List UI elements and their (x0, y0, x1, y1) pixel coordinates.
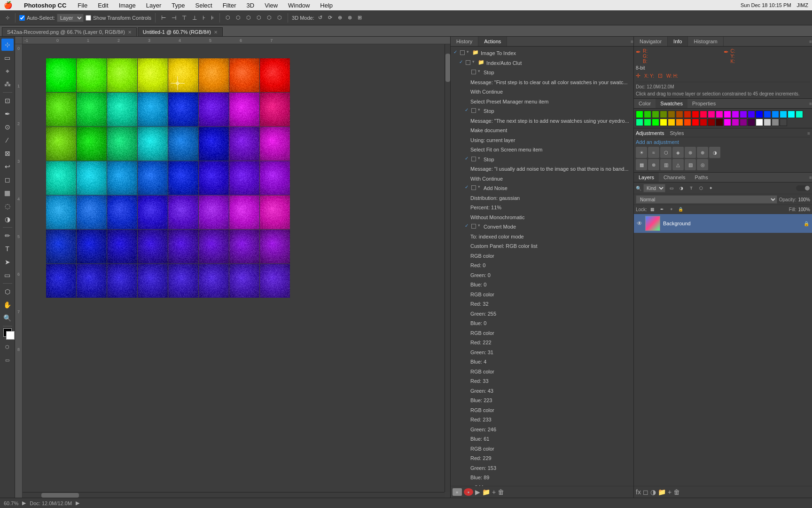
new-layer-btn[interactable]: + (668, 488, 671, 496)
tab-close-s42aa[interactable]: ✕ (128, 30, 132, 35)
new-action-btn[interactable]: + (492, 488, 496, 496)
layer-background[interactable]: 👁 Background 🔒 (634, 214, 812, 233)
adj-posterize-icon[interactable]: ▥ (660, 159, 671, 170)
align-right-btn[interactable]: ⊤ (180, 14, 188, 22)
tab-paths[interactable]: Paths (690, 173, 713, 182)
swatch-item[interactable] (708, 119, 715, 126)
adj-invert-icon[interactable]: ⊗ (648, 159, 659, 170)
align-center-h-btn[interactable]: ⊣ (170, 14, 178, 22)
quick-mask-tool[interactable]: ⬡ (1, 341, 14, 353)
filter-adj-btn[interactable]: ◑ (677, 184, 686, 192)
screen-mode-tool[interactable]: ▭ (1, 354, 14, 366)
swatch-item[interactable] (788, 111, 795, 118)
action-item[interactable]: To: indexed color mode (451, 232, 633, 242)
action-item[interactable]: Green: 246 (451, 425, 633, 435)
align-bottom-btn[interactable]: ⊧ (209, 14, 216, 22)
swatch-item[interactable] (732, 111, 739, 118)
action-item[interactable]: Using: current layer (451, 135, 633, 145)
3d-slide-btn[interactable]: ⊗ (346, 14, 354, 22)
action-item[interactable]: Make document (451, 126, 633, 135)
fill-value[interactable]: 100% (798, 207, 810, 212)
eraser-tool[interactable]: ◻ (1, 174, 14, 186)
lasso-tool[interactable]: ⌖ (1, 65, 14, 77)
crop-tool[interactable]: ⊡ (1, 95, 14, 107)
eyedropper-tool[interactable]: ✒ (1, 108, 14, 120)
v-scrollbar[interactable] (445, 44, 450, 492)
swatch-item[interactable] (748, 119, 755, 126)
tab-channels[interactable]: Channels (659, 173, 690, 182)
menu-layer[interactable]: Layer (144, 1, 164, 10)
menu-file[interactable]: File (76, 1, 89, 10)
action-item[interactable]: ...8 More (451, 483, 633, 486)
stop-recording-btn[interactable]: ■ (453, 488, 462, 496)
swatch-item[interactable] (724, 111, 731, 118)
action-item[interactable]: Red: 33 (451, 376, 633, 386)
tab-swatches[interactable]: Swatches (656, 99, 687, 108)
swatch-item[interactable] (756, 111, 763, 118)
adj-curves-icon[interactable]: ≈ (648, 147, 659, 158)
action-item[interactable]: RGB color (451, 328, 633, 338)
action-item[interactable]: RGB color (451, 251, 633, 261)
new-action-set-btn[interactable]: 📁 (482, 488, 490, 496)
action-item[interactable]: Message: "I usually add noise to the ima… (451, 164, 633, 174)
canvas[interactable] (23, 44, 450, 498)
action-item[interactable]: Blue: 0 (451, 318, 633, 328)
dist-vcenter-btn[interactable]: ⬡ (265, 14, 273, 22)
swatch-item[interactable] (700, 119, 707, 126)
adj-exposure-icon[interactable]: ⬡ (660, 147, 671, 158)
tab-histogram[interactable]: Histogram (688, 37, 723, 46)
swatch-item[interactable] (740, 111, 747, 118)
marquee-tool[interactable]: ▭ (1, 52, 14, 64)
action-item[interactable]: ✓▾📁Image To Index (451, 48, 633, 58)
show-transform-checkbox[interactable]: Show Transform Controls (86, 15, 151, 21)
tab-properties[interactable]: Properties (687, 99, 720, 108)
opacity-value[interactable]: 100% (798, 197, 810, 202)
swatch-item[interactable] (636, 119, 643, 126)
foreground-color[interactable] (3, 328, 12, 337)
action-item[interactable]: ✓▾Stop (451, 155, 633, 165)
align-top-btn[interactable]: ⊥ (190, 14, 199, 22)
align-left-btn[interactable]: ⊢ (159, 14, 168, 22)
menu-image[interactable]: Image (117, 1, 138, 10)
3d-scale-btn[interactable]: ⊞ (356, 14, 364, 22)
action-item[interactable]: Blue: 4 (451, 357, 633, 367)
action-item[interactable]: ✓▾Add Noise (451, 183, 633, 193)
tab-untitled[interactable]: Untitled-1 @ 60.7% (RGB/8#) ✕ (138, 27, 223, 36)
delete-action-btn[interactable]: 🗑 (498, 488, 504, 496)
swatch-item[interactable] (668, 119, 675, 126)
add-mask-btn[interactable]: ◻ (643, 488, 648, 496)
action-item[interactable]: Percent: 11% (451, 203, 633, 213)
tab-color[interactable]: Color (634, 99, 656, 108)
action-item[interactable]: Select Fit on Screen menu item (451, 145, 633, 155)
action-item[interactable]: Red: 229 (451, 453, 633, 463)
3d-roll-btn[interactable]: ⟳ (326, 14, 334, 22)
swatch-item[interactable] (740, 119, 747, 126)
lock-pixels-btn[interactable]: ▦ (649, 206, 656, 213)
delete-layer-btn[interactable]: 🗑 (673, 488, 680, 496)
h-scrollbar[interactable] (23, 492, 445, 498)
swatch-item[interactable] (724, 119, 731, 126)
action-item[interactable]: Red: 233 (451, 415, 633, 425)
move-tool[interactable]: ⊹ (1, 39, 14, 51)
menu-window[interactable]: Window (286, 1, 312, 10)
action-item[interactable]: Select Preset Manager menu item (451, 97, 633, 107)
action-item[interactable]: With Continue (451, 87, 633, 97)
swatch-item[interactable] (660, 119, 667, 126)
swatch-item[interactable] (748, 111, 755, 118)
auto-select-dropdown[interactable]: Layer Group (57, 14, 84, 22)
add-adjustment-text[interactable]: Add an adjustment (636, 139, 810, 145)
tab-close-untitled[interactable]: ✕ (214, 30, 218, 35)
action-item[interactable]: Blue: 223 (451, 396, 633, 405)
blend-mode-select[interactable]: Normal (636, 195, 777, 204)
swatch-item[interactable] (684, 119, 691, 126)
adj-gradient-map-icon[interactable]: ▨ (685, 159, 696, 170)
adj-levels-icon[interactable]: ▦ (636, 159, 647, 170)
adj-selectivecolor-icon[interactable]: ◎ (697, 159, 708, 170)
action-item[interactable]: Without Monochromatic (451, 213, 633, 222)
align-center-v-btn[interactable]: ⊦ (201, 14, 207, 22)
swatch-item[interactable] (644, 111, 651, 118)
layer-styles-btn[interactable]: fx (636, 488, 641, 496)
action-item[interactable]: Green: 0 (451, 270, 633, 280)
shape-tool[interactable]: ▭ (1, 269, 14, 281)
action-item[interactable]: Message: "First step is to clear out all… (451, 78, 633, 87)
